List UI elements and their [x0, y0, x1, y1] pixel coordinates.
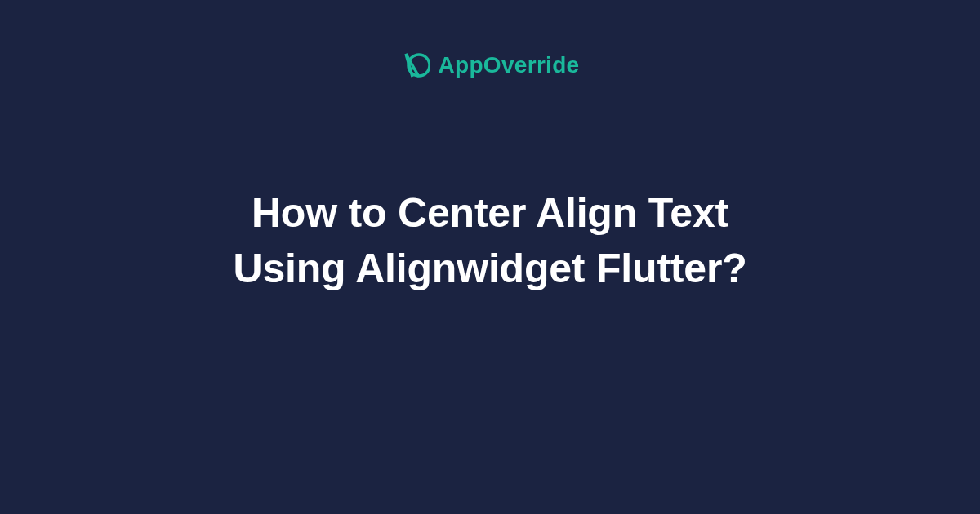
appoverride-logo-icon: [401, 51, 430, 80]
brand-logo: AppOverride: [401, 51, 580, 80]
title-line-1: How to Center Align Text: [252, 190, 728, 236]
brand-name: AppOverride: [439, 52, 580, 78]
page-title: How to Center Align Text Using Alignwidg…: [233, 186, 746, 296]
title-line-2: Using Alignwidget Flutter?: [233, 246, 746, 291]
heading-block: How to Center Align Text Using Alignwidg…: [200, 186, 779, 296]
